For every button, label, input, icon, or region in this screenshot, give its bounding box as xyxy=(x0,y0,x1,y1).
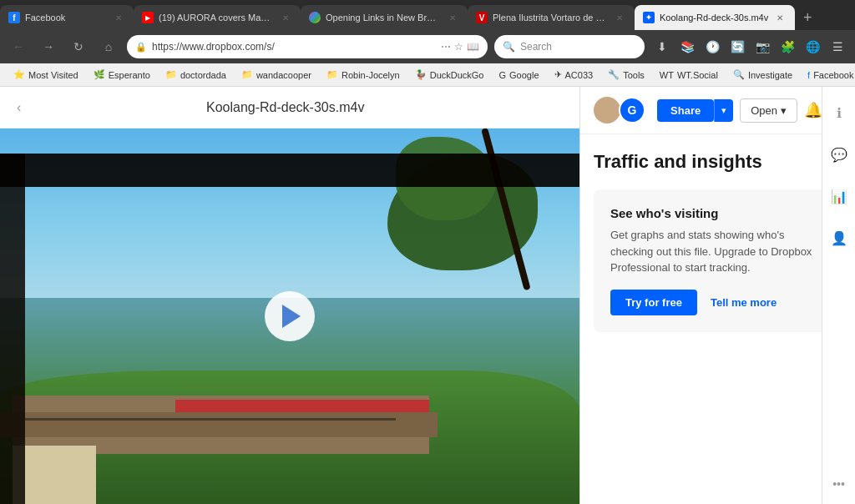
tab-vortaro-close[interactable]: ✕ xyxy=(613,11,626,24)
bookmark-ac033-label: AC033 xyxy=(565,70,594,80)
doctordada-icon: 📁 xyxy=(165,69,177,80)
file-title: Koolang-Rd-deck-30s.m4v xyxy=(206,100,364,115)
play-button[interactable] xyxy=(265,291,315,341)
vortaro-favicon: V xyxy=(476,12,488,23)
download-icon[interactable]: ⬇ xyxy=(651,36,673,58)
wall-structure xyxy=(13,446,96,504)
bookmark-wandacooper[interactable]: 📁 wandacooper xyxy=(235,68,318,82)
address-bar[interactable]: 🔒 https://www.dropbox.com/s/ ⋯ ☆ 📖 xyxy=(127,35,488,58)
duckduckgo-icon: 🦆 xyxy=(415,69,427,80)
bookmark-google[interactable]: G Google xyxy=(492,68,545,82)
comments-icon[interactable]: 💬 xyxy=(827,142,852,167)
translate-icon[interactable]: 🌐 xyxy=(802,36,823,58)
capture-icon[interactable]: 📷 xyxy=(751,36,773,58)
bookmark-robin-jocelyn-label: Robin-Jocelyn xyxy=(341,70,400,80)
bookmark-facebook[interactable]: f Facebook xyxy=(801,68,855,82)
bookmark-duckduckgo[interactable]: 🦆 DuckDuckGo xyxy=(408,68,491,82)
back-button[interactable]: ← xyxy=(7,35,30,58)
bookmark-tools[interactable]: 🔧 Tools xyxy=(601,68,651,82)
tab-facebook[interactable]: f Facebook ✕ xyxy=(0,5,134,30)
traffic-insights-panel: G Share ▾ Open ▾ 🔔 ⇥ Traffic and insight… xyxy=(579,87,855,504)
user-icon[interactable]: 👤 xyxy=(827,225,852,250)
forward-button[interactable]: → xyxy=(37,35,60,58)
tab-dropbox-close[interactable]: ✕ xyxy=(773,11,787,24)
more-options-icon[interactable]: ••• xyxy=(832,477,845,491)
facebook-bookmark-icon: f xyxy=(807,70,810,80)
new-tab-button[interactable]: + xyxy=(795,5,820,30)
reload-button[interactable]: ↻ xyxy=(67,35,90,58)
dark-frame-left xyxy=(0,154,25,504)
tab-youtube-title: (19) AURORA covers Massive A... xyxy=(159,13,274,23)
insight-card-actions: Try for free Tell me more xyxy=(610,290,825,315)
tell-me-more-button[interactable]: Tell me more xyxy=(707,290,780,315)
star-icon[interactable]: ☆ xyxy=(454,41,463,53)
library-icon[interactable]: 📚 xyxy=(676,36,698,58)
chart-icon[interactable]: 📊 xyxy=(827,184,852,209)
wandacooper-icon: 📁 xyxy=(241,69,253,80)
investigate-icon: 🔍 xyxy=(733,69,745,80)
most-visited-icon: ⭐ xyxy=(13,69,25,80)
extensions-icon[interactable]: 🧩 xyxy=(777,36,798,58)
menu-icon[interactable]: ☰ xyxy=(827,36,848,58)
roof-beam xyxy=(0,412,438,437)
header-actions: Share ▾ Open ▾ 🔔 ⇥ xyxy=(657,98,842,123)
file-content xyxy=(0,129,579,504)
bookmark-wtsocial[interactable]: WT WT.Social xyxy=(653,68,725,82)
bookmark-facebook-label: Facebook xyxy=(813,70,853,80)
tab-chrome-close[interactable]: ✕ xyxy=(446,11,459,24)
bookmark-investigate-label: Investigate xyxy=(748,70,792,80)
share-button-group: Share ▾ xyxy=(657,99,733,122)
tab-facebook-close[interactable]: ✕ xyxy=(112,11,125,24)
bookmark-doctordada[interactable]: 📁 doctordada xyxy=(159,68,233,82)
chrome-favicon xyxy=(309,12,321,23)
bookmark-most-visited-label: Most Visited xyxy=(28,70,78,80)
bookmark-esperanto[interactable]: 🌿 Esperanto xyxy=(87,68,157,82)
bookmark-wtsocial-label: WT.Social xyxy=(677,70,718,80)
tab-bar: f Facebook ✕ ▶ (19) AURORA covers Massiv… xyxy=(0,0,855,30)
tab-facebook-title: Facebook xyxy=(25,13,107,23)
tab-chrome-title: Opening Links in New Browser... xyxy=(326,13,441,23)
insight-card-title: See who's visiting xyxy=(610,206,825,220)
ac033-icon: ✈ xyxy=(554,69,562,80)
insight-card: See who's visiting Get graphs and stats … xyxy=(594,189,842,332)
robin-jocelyn-icon: 📁 xyxy=(326,69,338,80)
tab-chrome[interactable]: Opening Links in New Browser... ✕ xyxy=(301,5,468,30)
bookmark-icon[interactable]: ⋯ xyxy=(441,41,451,53)
nav-bar: ← → ↻ ⌂ 🔒 https://www.dropbox.com/s/ ⋯ ☆… xyxy=(0,30,855,63)
address-bar-icons: ⋯ ☆ 📖 xyxy=(441,41,479,53)
tab-youtube-close[interactable]: ✕ xyxy=(279,11,292,24)
user-avatars: G xyxy=(594,97,645,123)
bookmark-investigate[interactable]: 🔍 Investigate xyxy=(726,68,799,82)
home-button[interactable]: ⌂ xyxy=(97,35,120,58)
open-button[interactable]: Open ▾ xyxy=(740,98,797,123)
bookmark-ac033[interactable]: ✈ AC033 xyxy=(548,68,600,82)
bookmark-duckduckgo-label: DuckDuckGo xyxy=(430,70,484,80)
bookmark-most-visited[interactable]: ⭐ Most Visited xyxy=(7,68,85,82)
section-title: Traffic and insights xyxy=(594,151,842,173)
sync-icon[interactable]: 🔄 xyxy=(726,36,748,58)
file-viewer-panel: ‹ Koolang-Rd-deck-30s.m4v xyxy=(0,87,579,504)
tab-vortaro-title: Plena Ilustrita Vortaro de Esper... xyxy=(493,13,608,23)
try-for-free-button[interactable]: Try for free xyxy=(610,290,697,315)
share-button[interactable]: Share xyxy=(657,99,714,122)
browser-chrome: f Facebook ✕ ▶ (19) AURORA covers Massiv… xyxy=(0,0,855,87)
history-icon[interactable]: 🕐 xyxy=(701,36,723,58)
info-icon[interactable]: ℹ xyxy=(827,100,852,125)
bookmark-tools-label: Tools xyxy=(623,70,645,80)
notifications-icon[interactable]: 🔔 xyxy=(804,101,822,119)
share-dropdown-button[interactable]: ▾ xyxy=(714,99,733,122)
user-avatar-g: G xyxy=(619,97,645,123)
search-icon: 🔍 xyxy=(503,41,515,53)
wtsocial-icon: WT xyxy=(660,70,674,80)
tab-youtube[interactable]: ▶ (19) AURORA covers Massive A... ✕ xyxy=(134,5,301,30)
tab-dropbox[interactable]: ✦ Koolang-Rd-deck-30s.m4v ✕ xyxy=(635,5,795,30)
open-dropdown-icon: ▾ xyxy=(781,104,787,117)
file-nav-left[interactable]: ‹ xyxy=(17,100,21,115)
bookmark-robin-jocelyn[interactable]: 📁 Robin-Jocelyn xyxy=(320,68,407,82)
tab-vortaro[interactable]: V Plena Ilustrita Vortaro de Esper... ✕ xyxy=(468,5,635,30)
user-avatar-photo xyxy=(594,97,620,123)
search-bar[interactable]: 🔍 Search xyxy=(494,35,645,58)
reading-mode-icon[interactable]: 📖 xyxy=(467,41,479,53)
youtube-favicon: ▶ xyxy=(142,12,154,23)
main-area: ‹ Koolang-Rd-deck-30s.m4v xyxy=(0,87,855,504)
